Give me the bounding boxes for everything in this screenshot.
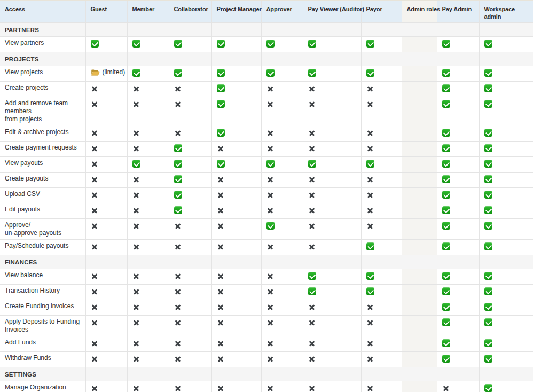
permission-cell xyxy=(169,336,211,352)
permission-cell xyxy=(437,240,479,255)
cross-icon xyxy=(443,385,449,391)
permission-cell xyxy=(402,336,437,352)
permission-cell xyxy=(303,300,361,316)
permission-cell xyxy=(261,188,303,203)
limited-access: (limited) xyxy=(91,68,124,76)
permission-cell xyxy=(211,240,261,255)
cross-icon xyxy=(217,273,224,279)
permission-cell xyxy=(169,367,211,381)
cross-icon xyxy=(267,319,273,326)
cross-icon xyxy=(267,85,273,92)
permission-cell xyxy=(85,316,127,336)
permission-cell xyxy=(127,381,169,392)
permission-cell xyxy=(479,142,533,157)
row-label: View partners xyxy=(0,37,85,52)
check-icon xyxy=(484,303,492,311)
permission-cell xyxy=(127,300,169,316)
permission-cell xyxy=(211,142,261,157)
permission-cell xyxy=(402,37,437,52)
permission-cell xyxy=(361,203,402,219)
cross-icon xyxy=(133,130,139,136)
row-label: Approve/ un-approve payouts xyxy=(0,219,85,240)
check-icon xyxy=(442,144,450,152)
cross-icon xyxy=(133,288,139,295)
cross-icon xyxy=(133,319,139,326)
permission-cell xyxy=(261,97,303,126)
permission-cell xyxy=(85,23,127,37)
permission-cell xyxy=(479,173,533,188)
cross-icon xyxy=(309,244,315,250)
cross-icon xyxy=(367,319,373,326)
cross-icon xyxy=(367,85,373,92)
check-icon xyxy=(366,242,374,250)
cross-icon xyxy=(133,356,139,362)
permission-cell xyxy=(261,352,303,367)
check-icon xyxy=(442,303,450,311)
check-icon xyxy=(308,272,316,280)
permission-cell xyxy=(402,173,437,188)
check-icon xyxy=(484,318,492,326)
permission-cell xyxy=(169,255,211,269)
permission-cell xyxy=(303,173,361,188)
permission-cell xyxy=(85,157,127,173)
permission-cell xyxy=(169,126,211,142)
cross-icon xyxy=(309,356,315,362)
check-icon xyxy=(174,191,182,199)
cross-icon xyxy=(91,273,98,279)
table-row: Create payment requests xyxy=(0,142,533,157)
permission-cell xyxy=(361,285,402,300)
permission-cell xyxy=(402,66,437,82)
permission-cell xyxy=(402,240,437,255)
check-icon xyxy=(266,69,275,77)
cross-icon xyxy=(217,192,224,198)
permission-cell xyxy=(361,269,402,285)
table-row: Upload CSV xyxy=(0,188,533,203)
cross-icon xyxy=(91,161,98,167)
permission-cell xyxy=(169,219,211,240)
row-label: Edit payouts xyxy=(0,203,85,219)
permission-cell xyxy=(437,97,479,126)
check-icon xyxy=(484,384,492,392)
permission-cell xyxy=(479,188,533,203)
cross-icon xyxy=(91,304,98,310)
permission-cell xyxy=(85,352,127,367)
permission-cell xyxy=(479,23,533,37)
cross-icon xyxy=(309,130,315,136)
permission-cell xyxy=(85,300,127,316)
check-icon xyxy=(484,222,492,230)
permissions-matrix-page: AccessGuestMemberCollaboratorProject Man… xyxy=(0,0,533,392)
check-icon xyxy=(442,160,450,168)
cross-icon xyxy=(217,356,224,362)
cross-icon xyxy=(175,288,181,295)
permission-cell xyxy=(402,285,437,300)
cross-icon xyxy=(133,176,139,183)
permission-cell xyxy=(211,316,261,336)
permission-cell xyxy=(127,66,169,82)
check-icon xyxy=(308,69,316,77)
check-icon xyxy=(442,339,450,347)
permission-cell xyxy=(169,23,211,37)
cross-icon xyxy=(133,304,139,310)
row-label: Edit & archive projects xyxy=(0,126,85,142)
permission-cell xyxy=(303,82,361,97)
cross-icon xyxy=(267,207,273,214)
permission-cell xyxy=(437,269,479,285)
permission-cell xyxy=(437,219,479,240)
permission-cell xyxy=(479,352,533,367)
permission-cell xyxy=(169,240,211,255)
cross-icon xyxy=(217,304,224,310)
permission-cell xyxy=(479,203,533,219)
row-label: Pay/Schedule payouts xyxy=(0,240,85,255)
cross-icon xyxy=(367,145,373,152)
permission-cell xyxy=(303,188,361,203)
table-header: AccessGuestMemberCollaboratorProject Man… xyxy=(0,1,533,23)
permission-cell xyxy=(479,157,533,173)
cross-icon xyxy=(267,385,273,391)
permission-cell xyxy=(211,336,261,352)
cross-icon xyxy=(367,101,373,107)
check-icon xyxy=(484,272,492,280)
cross-icon xyxy=(133,223,139,229)
permission-cell xyxy=(211,367,261,381)
permission-cell xyxy=(211,203,261,219)
permission-cell xyxy=(169,37,211,52)
